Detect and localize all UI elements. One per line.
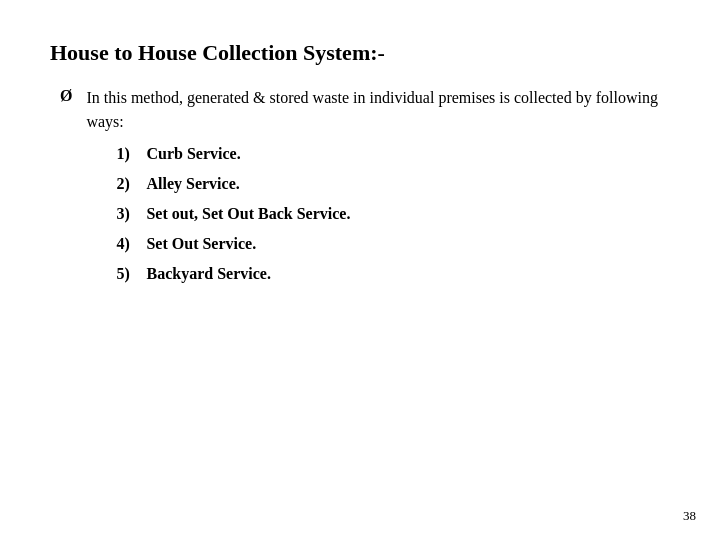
slide-number: 38	[683, 508, 696, 524]
list-item-number: 2)	[116, 172, 146, 196]
list-item-text: Set Out Service.	[146, 232, 256, 256]
list-item-text: Curb Service.	[146, 142, 240, 166]
bullet-arrow: Ø	[60, 87, 72, 105]
list-item: 2)Alley Service.	[116, 172, 670, 196]
bullet-content: In this method, generated & stored waste…	[86, 86, 670, 292]
list-item: 1)Curb Service.	[116, 142, 670, 166]
main-bullet: Ø In this method, generated & stored was…	[50, 86, 670, 292]
list-item: 3)Set out, Set Out Back Service.	[116, 202, 670, 226]
list-item-number: 4)	[116, 232, 146, 256]
list-item-number: 1)	[116, 142, 146, 166]
list-item-number: 3)	[116, 202, 146, 226]
list-item: 4)Set Out Service.	[116, 232, 670, 256]
bullet-intro-text: In this method, generated & stored waste…	[86, 86, 670, 134]
slide-title: House to House Collection System:-	[50, 40, 670, 66]
list-item-number: 5)	[116, 262, 146, 286]
list-item-text: Alley Service.	[146, 172, 239, 196]
list-item: 5)Backyard Service.	[116, 262, 670, 286]
numbered-list: 1)Curb Service.2)Alley Service.3)Set out…	[116, 142, 670, 286]
slide-container: House to House Collection System:- Ø In …	[0, 0, 720, 540]
list-item-text: Backyard Service.	[146, 262, 270, 286]
list-item-text: Set out, Set Out Back Service.	[146, 202, 350, 226]
